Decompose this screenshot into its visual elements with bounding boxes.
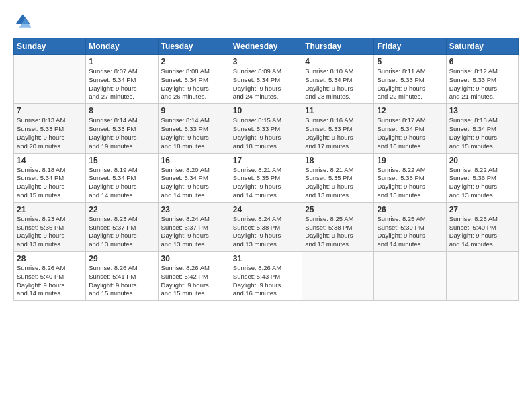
day-number: 20 <box>449 156 515 165</box>
day-number: 13 <box>449 106 515 116</box>
calendar-cell: 15Sunrise: 8:19 AM Sunset: 5:34 PM Dayli… <box>86 153 158 202</box>
calendar-cell: 22Sunrise: 8:23 AM Sunset: 5:37 PM Dayli… <box>86 202 158 251</box>
day-info: Sunrise: 8:26 AM Sunset: 5:42 PM Dayligh… <box>161 264 227 298</box>
day-info: Sunrise: 8:14 AM Sunset: 5:33 PM Dayligh… <box>161 116 227 150</box>
day-info: Sunrise: 8:25 AM Sunset: 5:38 PM Dayligh… <box>305 215 371 249</box>
day-info: Sunrise: 8:24 AM Sunset: 5:37 PM Dayligh… <box>161 215 227 249</box>
calendar-cell: 2Sunrise: 8:08 AM Sunset: 5:34 PM Daylig… <box>158 55 230 104</box>
day-number: 8 <box>89 106 154 116</box>
calendar-cell: 17Sunrise: 8:21 AM Sunset: 5:35 PM Dayli… <box>230 153 302 202</box>
day-number: 31 <box>233 254 299 263</box>
day-info: Sunrise: 8:25 AM Sunset: 5:39 PM Dayligh… <box>377 215 443 249</box>
calendar-cell: 11Sunrise: 8:16 AM Sunset: 5:33 PM Dayli… <box>302 104 374 153</box>
calendar-cell: 31Sunrise: 8:26 AM Sunset: 5:43 PM Dayli… <box>230 252 302 301</box>
day-info: Sunrise: 8:23 AM Sunset: 5:36 PM Dayligh… <box>17 215 83 249</box>
day-info: Sunrise: 8:24 AM Sunset: 5:38 PM Dayligh… <box>233 215 299 249</box>
calendar-cell: 16Sunrise: 8:20 AM Sunset: 5:34 PM Dayli… <box>158 153 230 202</box>
calendar-week-2: 7Sunrise: 8:13 AM Sunset: 5:33 PM Daylig… <box>14 104 519 153</box>
calendar-week-1: 1Sunrise: 8:07 AM Sunset: 5:34 PM Daylig… <box>14 55 519 104</box>
day-number: 1 <box>89 57 154 66</box>
calendar-cell: 5Sunrise: 8:11 AM Sunset: 5:33 PM Daylig… <box>374 55 446 104</box>
day-number: 10 <box>233 106 299 116</box>
day-number: 18 <box>305 156 371 165</box>
day-number: 16 <box>161 156 227 165</box>
day-number: 23 <box>161 205 227 214</box>
day-number: 30 <box>161 254 227 263</box>
day-number: 21 <box>17 205 83 214</box>
day-info: Sunrise: 8:17 AM Sunset: 5:34 PM Dayligh… <box>377 116 443 150</box>
day-info: Sunrise: 8:22 AM Sunset: 5:35 PM Dayligh… <box>377 166 443 200</box>
calendar-cell: 12Sunrise: 8:17 AM Sunset: 5:34 PM Dayli… <box>374 104 446 153</box>
weekday-header-sunday: Sunday <box>14 38 86 55</box>
day-info: Sunrise: 8:11 AM Sunset: 5:33 PM Dayligh… <box>377 67 443 101</box>
day-info: Sunrise: 8:26 AM Sunset: 5:43 PM Dayligh… <box>233 264 299 298</box>
day-number: 24 <box>233 205 299 214</box>
day-info: Sunrise: 8:19 AM Sunset: 5:34 PM Dayligh… <box>89 166 154 200</box>
calendar-cell: 20Sunrise: 8:22 AM Sunset: 5:36 PM Dayli… <box>446 153 518 202</box>
day-info: Sunrise: 8:18 AM Sunset: 5:34 PM Dayligh… <box>17 166 83 200</box>
day-number: 2 <box>161 57 227 66</box>
weekday-header-wednesday: Wednesday <box>230 38 302 55</box>
day-info: Sunrise: 8:08 AM Sunset: 5:34 PM Dayligh… <box>161 67 227 101</box>
day-number: 15 <box>89 156 154 165</box>
calendar-week-4: 21Sunrise: 8:23 AM Sunset: 5:36 PM Dayli… <box>14 202 519 251</box>
day-info: Sunrise: 8:25 AM Sunset: 5:40 PM Dayligh… <box>449 215 515 249</box>
calendar-cell: 27Sunrise: 8:25 AM Sunset: 5:40 PM Dayli… <box>446 202 518 251</box>
calendar-cell: 28Sunrise: 8:26 AM Sunset: 5:40 PM Dayli… <box>14 252 86 301</box>
day-info: Sunrise: 8:16 AM Sunset: 5:33 PM Dayligh… <box>305 116 371 150</box>
weekday-header-thursday: Thursday <box>302 38 374 55</box>
day-info: Sunrise: 8:12 AM Sunset: 5:33 PM Dayligh… <box>449 67 515 101</box>
day-info: Sunrise: 8:23 AM Sunset: 5:37 PM Dayligh… <box>89 215 154 249</box>
calendar-cell: 3Sunrise: 8:09 AM Sunset: 5:34 PM Daylig… <box>230 55 302 104</box>
calendar-cell: 29Sunrise: 8:26 AM Sunset: 5:41 PM Dayli… <box>86 252 158 301</box>
calendar-cell <box>374 252 446 301</box>
calendar-cell: 7Sunrise: 8:13 AM Sunset: 5:33 PM Daylig… <box>14 104 86 153</box>
day-number: 17 <box>233 156 299 165</box>
day-number: 5 <box>377 57 443 66</box>
calendar-cell: 13Sunrise: 8:18 AM Sunset: 5:34 PM Dayli… <box>446 104 518 153</box>
day-info: Sunrise: 8:22 AM Sunset: 5:36 PM Dayligh… <box>449 166 515 200</box>
calendar-week-3: 14Sunrise: 8:18 AM Sunset: 5:34 PM Dayli… <box>14 153 519 202</box>
day-number: 22 <box>89 205 154 214</box>
day-number: 19 <box>377 156 443 165</box>
calendar-cell: 14Sunrise: 8:18 AM Sunset: 5:34 PM Dayli… <box>14 153 86 202</box>
day-number: 25 <box>305 205 371 214</box>
day-number: 29 <box>89 254 154 263</box>
day-number: 27 <box>449 205 515 214</box>
calendar-week-5: 28Sunrise: 8:26 AM Sunset: 5:40 PM Dayli… <box>14 252 519 301</box>
day-info: Sunrise: 8:26 AM Sunset: 5:41 PM Dayligh… <box>89 264 154 298</box>
calendar-cell <box>446 252 518 301</box>
weekday-header-saturday: Saturday <box>446 38 518 55</box>
calendar-cell: 24Sunrise: 8:24 AM Sunset: 5:38 PM Dayli… <box>230 202 302 251</box>
page: SundayMondayTuesdayWednesdayThursdayFrid… <box>0 0 532 411</box>
day-number: 3 <box>233 57 299 66</box>
calendar-cell: 8Sunrise: 8:14 AM Sunset: 5:33 PM Daylig… <box>86 104 158 153</box>
weekday-header-tuesday: Tuesday <box>158 38 230 55</box>
day-info: Sunrise: 8:13 AM Sunset: 5:33 PM Dayligh… <box>17 116 83 150</box>
weekday-header-row: SundayMondayTuesdayWednesdayThursdayFrid… <box>14 38 519 55</box>
day-info: Sunrise: 8:26 AM Sunset: 5:40 PM Dayligh… <box>17 264 83 298</box>
calendar-cell: 25Sunrise: 8:25 AM Sunset: 5:38 PM Dayli… <box>302 202 374 251</box>
header <box>13 12 519 31</box>
weekday-header-monday: Monday <box>86 38 158 55</box>
day-number: 11 <box>305 106 371 116</box>
day-number: 7 <box>17 106 83 116</box>
day-info: Sunrise: 8:07 AM Sunset: 5:34 PM Dayligh… <box>89 67 154 101</box>
day-number: 4 <box>305 57 371 66</box>
calendar-cell: 18Sunrise: 8:21 AM Sunset: 5:35 PM Dayli… <box>302 153 374 202</box>
calendar-cell: 4Sunrise: 8:10 AM Sunset: 5:34 PM Daylig… <box>302 55 374 104</box>
calendar-cell <box>302 252 374 301</box>
calendar-cell: 19Sunrise: 8:22 AM Sunset: 5:35 PM Dayli… <box>374 153 446 202</box>
day-number: 26 <box>377 205 443 214</box>
calendar-cell: 21Sunrise: 8:23 AM Sunset: 5:36 PM Dayli… <box>14 202 86 251</box>
calendar-cell: 1Sunrise: 8:07 AM Sunset: 5:34 PM Daylig… <box>86 55 158 104</box>
logo <box>13 12 35 31</box>
calendar-cell: 26Sunrise: 8:25 AM Sunset: 5:39 PM Dayli… <box>374 202 446 251</box>
weekday-header-friday: Friday <box>374 38 446 55</box>
calendar-table: SundayMondayTuesdayWednesdayThursdayFrid… <box>13 38 519 301</box>
day-number: 12 <box>377 106 443 116</box>
calendar-cell: 10Sunrise: 8:15 AM Sunset: 5:33 PM Dayli… <box>230 104 302 153</box>
logo-icon <box>13 12 32 31</box>
day-info: Sunrise: 8:21 AM Sunset: 5:35 PM Dayligh… <box>233 166 299 200</box>
calendar-cell <box>14 55 86 104</box>
